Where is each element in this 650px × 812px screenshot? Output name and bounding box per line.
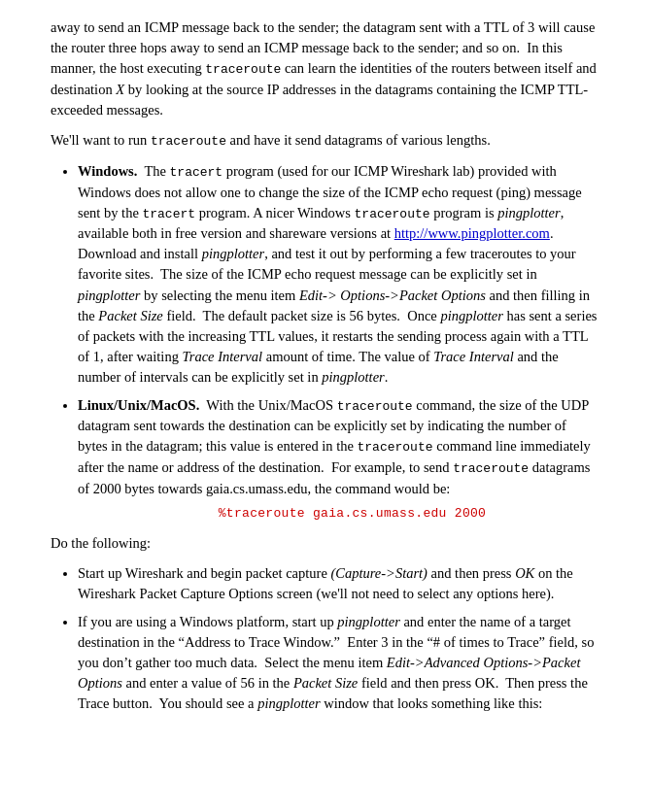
menu-item-edit: Edit-> Options->Packet Options [299, 288, 486, 303]
do-following-label: Do the following: [51, 535, 151, 551]
ok-ref-1: OK [515, 565, 534, 581]
packet-size-label-2: Packet Size [293, 675, 358, 691]
pingplotter-link[interactable]: http://www.pingplotter.com [394, 225, 550, 241]
trace-interval-1: Trace Interval [183, 349, 263, 364]
packet-size-label: Packet Size [98, 308, 162, 323]
page-content: away to send an ICMP message back to the… [0, 0, 650, 753]
inline-code-traceroute-5: traceroute [358, 440, 433, 455]
do-following: Do the following: [51, 533, 599, 554]
code-block-container: %traceroute gaia.cs.umass.edu 2000 [105, 505, 599, 524]
pingplotter-ref-7: pingplotter [257, 695, 320, 711]
windows-label: Windows. [78, 163, 137, 179]
bullet-list-1: Windows. The tracert program (used for o… [51, 161, 599, 524]
inline-code-traceroute-1: traceroute [205, 62, 281, 77]
linux-label: Linux/Unix/MacOS. [78, 397, 199, 413]
pingplotter-ref-4: pingplotter [440, 308, 502, 323]
bullet-list-2: Start up Wireshark and begin packet capt… [51, 563, 599, 714]
inline-code-traceroute-2: traceroute [151, 134, 226, 149]
list-item-windows: Windows. The tracert program (used for o… [78, 161, 599, 388]
inline-code-traceroute-6: traceroute [453, 461, 529, 476]
code-line: %traceroute gaia.cs.umass.edu 2000 [105, 505, 599, 524]
inline-code-tracert-1: tracert [170, 165, 223, 180]
paragraph-1: away to send an ICMP message back to the… [51, 17, 599, 120]
pingplotter-ref-1: pingplotter [497, 205, 560, 220]
list-item-windows-platform: If you are using a Windows platform, sta… [78, 612, 599, 714]
inline-code-traceroute-4: traceroute [337, 399, 413, 414]
list-item-wireshark: Start up Wireshark and begin packet capt… [78, 563, 599, 604]
pingplotter-ref-3: pingplotter [78, 288, 140, 303]
pingplotter-ref-2: pingplotter [202, 246, 264, 261]
variable-x: X [116, 82, 124, 97]
capture-start: (Capture->Start) [330, 565, 427, 581]
inline-code-traceroute-3: traceroute [355, 207, 430, 221]
pingplotter-ref-5: pingplotter [322, 369, 384, 385]
inline-code-tracert-2: tracert [142, 207, 195, 221]
trace-interval-2: Trace Interval [433, 349, 514, 364]
list-item-linux: Linux/Unix/MacOS. With the Unix/MacOS tr… [78, 395, 599, 524]
pingplotter-ref-6: pingplotter [337, 614, 399, 629]
paragraph-2: We'll want to run traceroute and have it… [51, 130, 599, 152]
